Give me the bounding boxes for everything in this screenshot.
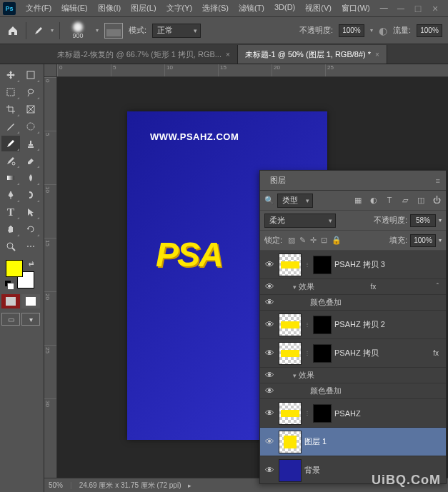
layer-opacity-value[interactable]: 58% <box>410 214 436 227</box>
minimize-button[interactable]: ─ <box>395 3 407 14</box>
layer-thumbnail[interactable] <box>279 342 302 365</box>
brush-dropdown-icon[interactable]: ▾ <box>96 27 99 34</box>
layer-blend-select[interactable]: 柔光 <box>264 214 336 228</box>
menu-layer[interactable]: 图层(L) <box>126 1 160 15</box>
tool-dropdown-icon[interactable]: ▾ <box>51 27 54 34</box>
brush-tool-icon[interactable] <box>32 24 45 37</box>
visibility-icon[interactable]: 👁 <box>263 259 276 270</box>
document-tab-2[interactable]: 未标题-1 @ 50% (图层 1, RGB/8#) * × <box>238 45 387 64</box>
layer-name[interactable]: PSAHZ <box>334 409 443 418</box>
layer-name[interactable]: PSAHZ 拷贝 <box>334 348 430 358</box>
menu-filter[interactable]: 滤镜(T) <box>234 1 269 15</box>
lock-transparency-icon[interactable]: ▨ <box>288 236 295 245</box>
lock-position-icon[interactable]: ✛ <box>310 236 317 245</box>
filter-adjust-icon[interactable]: ◐ <box>369 196 379 205</box>
layer-row[interactable]: 👁 ⋮ PSAHZ <box>260 399 446 428</box>
hand-tool[interactable] <box>1 221 20 237</box>
visibility-icon[interactable]: 👁 <box>263 465 276 476</box>
lasso-tool[interactable] <box>21 84 40 100</box>
layer-row[interactable]: 👁 ⋮ PSAHZ 拷贝 3 <box>260 251 446 279</box>
zoom-level[interactable]: 50% <box>49 481 63 489</box>
collapse-icon[interactable]: ˆ <box>437 283 446 291</box>
effects-header[interactable]: 👁 ▾ 效果 fx ˆ <box>260 279 446 295</box>
mask-thumbnail[interactable] <box>313 316 332 334</box>
screen-mode-button[interactable]: ▭ <box>1 313 20 326</box>
fx-badge[interactable]: fx <box>370 283 380 291</box>
layer-name[interactable]: PSAHZ 拷贝 2 <box>334 319 443 330</box>
layer-thumbnail[interactable] <box>279 253 302 276</box>
filter-type-select[interactable]: 类型 <box>277 194 313 208</box>
mask-thumbnail[interactable] <box>313 404 332 423</box>
filter-pixel-icon[interactable]: ▦ <box>353 196 363 205</box>
ruler-vertical[interactable]: 0 5 10 15 20 25 30 <box>44 77 57 478</box>
filter-toggle-icon[interactable]: ⏻ <box>432 196 442 205</box>
frame-tool[interactable] <box>21 101 40 117</box>
eyedropper-tool[interactable] <box>1 119 20 134</box>
layer-row[interactable]: 👁 图层 1 <box>260 428 446 456</box>
swap-colors-icon[interactable]: ⇄ <box>29 260 34 267</box>
layer-thumbnail[interactable] <box>279 459 302 482</box>
close-icon[interactable]: × <box>375 51 379 59</box>
layer-thumbnail[interactable] <box>279 402 302 425</box>
menu-type[interactable]: 文字(Y) <box>162 1 197 15</box>
menu-edit[interactable]: 编辑(E) <box>57 1 92 15</box>
lock-pixels-icon[interactable]: ✎ <box>299 236 306 245</box>
effect-item[interactable]: 👁 颜色叠加 <box>260 295 446 311</box>
document-tab-1[interactable]: 未标题-2-恢复的 @ 66.7% (矩形 1 拷贝, RGB... × <box>50 45 238 64</box>
visibility-icon[interactable]: 👁 <box>263 297 276 308</box>
layer-thumbnail[interactable] <box>279 431 302 453</box>
opacity-dropdown-icon[interactable]: ▾ <box>439 217 442 224</box>
history-brush-tool[interactable] <box>1 153 20 169</box>
panel-menu-icon[interactable]: ≡ <box>430 174 446 188</box>
brush-preview[interactable]: 900 <box>66 19 90 42</box>
visibility-icon[interactable]: 👁 <box>263 436 276 447</box>
quick-mask-alt[interactable] <box>21 294 40 308</box>
menu-window[interactable]: 窗口(W) <box>337 1 374 15</box>
flow-value[interactable]: 100% <box>417 24 442 37</box>
layer-thumbnail[interactable] <box>279 313 302 336</box>
filter-shape-icon[interactable]: ▱ <box>400 196 410 205</box>
home-icon[interactable] <box>6 24 20 38</box>
visibility-icon[interactable]: 👁 <box>263 348 276 358</box>
brush-tool[interactable] <box>1 136 20 151</box>
close-icon[interactable]: × <box>226 51 230 59</box>
gradient-tool[interactable] <box>1 170 20 186</box>
visibility-icon[interactable]: 👁 <box>263 386 276 396</box>
menu-more[interactable]: — <box>376 1 392 15</box>
artboard-tool[interactable] <box>21 67 40 83</box>
pressure-opacity-icon[interactable]: ◐ <box>379 25 387 36</box>
visibility-icon[interactable]: 👁 <box>263 370 276 381</box>
quick-mask-button[interactable] <box>1 294 20 308</box>
menu-select[interactable]: 选择(S) <box>198 1 233 15</box>
marquee-tool[interactable] <box>1 84 20 100</box>
close-button[interactable]: × <box>429 3 441 14</box>
effects-header[interactable]: 👁 ▾ 效果 <box>260 368 446 383</box>
tab-layers[interactable]: 图层 <box>260 171 296 190</box>
ruler-horizontal[interactable]: 0 5 10 15 20 25 <box>57 64 448 77</box>
layer-name[interactable]: PSAHZ 拷贝 3 <box>334 259 443 270</box>
chevron-down-icon[interactable]: ▾ <box>293 283 297 291</box>
fill-dropdown-icon[interactable]: ▾ <box>439 237 442 244</box>
screen-mode-dropdown[interactable]: ▾ <box>21 313 40 326</box>
zoom-tool[interactable] <box>1 239 20 254</box>
lock-all-icon[interactable]: 🔒 <box>332 236 342 245</box>
rotate-view-tool[interactable] <box>21 221 40 237</box>
filter-smart-icon[interactable]: ◫ <box>416 196 426 205</box>
mask-thumbnail[interactable] <box>313 256 332 274</box>
opacity-dropdown-icon[interactable]: ▾ <box>370 27 373 34</box>
lock-artboard-icon[interactable]: ⊡ <box>321 236 327 245</box>
pen-tool[interactable] <box>1 187 20 203</box>
menu-image[interactable]: 图像(I) <box>94 1 125 15</box>
maximize-button[interactable]: □ <box>412 3 424 14</box>
chevron-down-icon[interactable]: ▾ <box>293 372 297 379</box>
marquee-ellipse-tool[interactable] <box>21 119 40 134</box>
status-more-icon[interactable]: ▸ <box>188 482 191 489</box>
type-tool[interactable]: T <box>1 204 20 220</box>
effect-item[interactable]: 👁 颜色叠加 <box>260 383 446 399</box>
visibility-icon[interactable]: 👁 <box>263 319 276 330</box>
visibility-icon[interactable]: 👁 <box>263 408 276 418</box>
menu-3d[interactable]: 3D(D) <box>270 1 299 15</box>
move-tool[interactable] <box>1 67 20 83</box>
edit-toolbar[interactable]: ⋯ <box>21 239 40 254</box>
path-select-tool[interactable] <box>21 204 40 220</box>
